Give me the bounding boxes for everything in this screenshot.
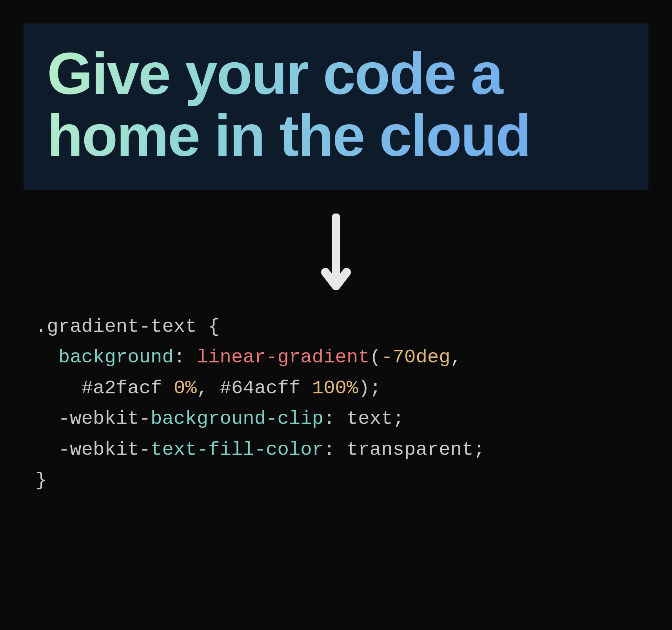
arrow-down-icon — [318, 214, 354, 292]
code-color2: #64acff — [220, 377, 301, 399]
code-selector: .gradient-text — [35, 316, 197, 338]
code-func-linear-gradient: linear-gradient — [197, 346, 370, 368]
code-val-text: text — [347, 408, 393, 430]
code-prefix-webkit1: -webkit- — [58, 408, 151, 430]
code-prefix-webkit2: -webkit- — [58, 439, 151, 461]
code-colon2: : — [323, 408, 335, 430]
code-comma: , — [450, 346, 462, 368]
arrow-container — [24, 214, 648, 292]
code-prop-bgclip: background-clip — [151, 408, 323, 430]
code-close-paren: ); — [358, 377, 381, 399]
code-stop1: 0% — [174, 377, 197, 399]
code-semi1: ; — [393, 408, 404, 430]
code-comma2: , — [197, 377, 208, 399]
code-semi2: ; — [473, 439, 485, 461]
code-snippet: .gradient-text { background: linear-grad… — [24, 311, 648, 496]
code-colon3: : — [323, 439, 335, 461]
code-colon: : — [174, 346, 185, 368]
code-prop-textfill: text-fill-color — [151, 439, 323, 461]
code-brace-close: } — [35, 469, 47, 491]
code-paren-open: ( — [370, 346, 381, 368]
code-brace-open: { — [208, 316, 220, 338]
hero-demo-box: Give your code a home in the cloud — [24, 24, 648, 190]
code-angle: -70deg — [381, 346, 450, 368]
hero-heading: Give your code a home in the cloud — [47, 43, 625, 167]
code-stop2: 100% — [312, 377, 358, 399]
code-val-transparent: transparent — [347, 439, 473, 461]
code-prop-background: background — [58, 346, 174, 368]
code-color1: #a2facf — [82, 377, 162, 399]
